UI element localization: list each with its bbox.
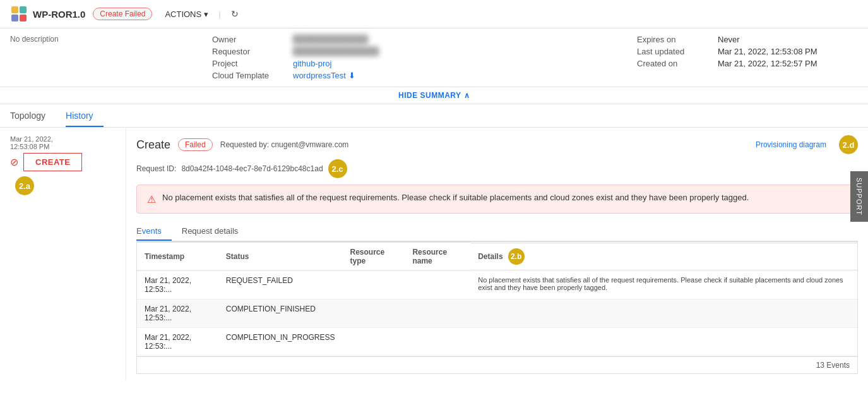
summary-bar: No description Owner ██████████████ Requ… [0,28,868,87]
actions-button[interactable]: ACTIONS ▾ [165,9,208,19]
cell-timestamp: Mar 21, 2022, 12:53:... [137,328,218,356]
main-tabs: Topology History [0,104,868,128]
cell-status: REQUEST_FAILED [218,271,343,299]
created-value: Mar 21, 2022, 12:52:57 PM [718,59,844,68]
svg-rect-0 [11,6,18,13]
cell-resource-type [343,328,405,356]
table-row: Mar 21, 2022, 12:53:... COMPLETION_FINIS… [137,299,857,328]
col-resource-name: Resource name [405,243,470,271]
cell-details [470,299,857,328]
cell-status: COMPLETION_IN_PROGRESS [218,328,343,356]
table-header-row: Timestamp Status Resource type Resource … [137,243,857,271]
events-table-wrapper[interactable]: Timestamp Status Resource type Resource … [136,241,858,374]
cell-timestamp: Mar 21, 2022, 12:53:... [137,271,218,299]
cloud-template-link[interactable]: wordpressTest [293,71,346,80]
divider: | [218,9,220,19]
error-message-box: ⚠ No placement exists that satisfies all… [136,184,858,214]
main-content: Mar 21, 2022, 12:53:08 PM ⊘ CREATE 2.a C… [0,128,868,380]
created-label: Created on [637,59,713,68]
request-id-row: Request ID: 8d0a42f4-1048-4ec7-8e7d-6129… [136,159,858,178]
cell-resource-name [405,328,470,356]
cell-status: COMPLETION_FINISHED [218,299,343,328]
col-status: Status [218,243,343,271]
owner-value: ██████████████ [293,35,419,44]
col-resource-type: Resource type [343,243,405,271]
cell-resource-name [405,299,470,328]
col-details: Details 2.b [470,243,857,270]
content-header-row: Create Failed Requested by: cnugent@vmwa… [136,135,858,154]
support-tab[interactable]: SUPPORT [850,171,868,222]
last-updated-label: Last updated [637,47,713,56]
chevron-up-icon: ∧ [464,91,470,100]
summary-center: Owner ██████████████ Requestor █████████… [212,35,637,80]
hide-summary-button[interactable]: HIDE SUMMARY ∧ [0,87,868,104]
create-button[interactable]: CREATE [23,153,82,171]
cell-resource-name [405,271,470,299]
create-title: Create [136,138,170,152]
cloud-template-label: Cloud Template [212,71,288,80]
annotation-2b: 2.b [508,248,525,265]
status-badge: Create Failed [93,8,152,20]
sub-tabs: Events Request details [136,221,858,241]
last-updated-value: Mar 21, 2022, 12:53:08 PM [718,47,844,56]
top-bar: WP-ROR1.0 Create Failed ACTIONS ▾ | ↻ [0,0,868,28]
cell-details [470,328,857,356]
history-content: Create Failed Requested by: cnugent@vmwa… [126,128,868,380]
owner-label: Owner [212,35,288,44]
svg-rect-1 [20,6,27,13]
events-table: Timestamp Status Resource type Resource … [137,242,857,356]
expires-value: Never [718,35,844,44]
events-table-body: Mar 21, 2022, 12:53:... REQUEST_FAILED N… [137,271,857,356]
annotation-2c: 2.c [328,159,347,178]
logo-icon [10,5,28,23]
annotation-2a: 2.a [15,176,34,195]
events-count: 13 Events [137,356,857,373]
requested-by: Requested by: cnugent@vmware.com [220,140,349,149]
col-timestamp: Timestamp [137,243,218,271]
tab-history[interactable]: History [66,104,104,127]
cell-details: No placement exists that satisfies all o… [470,271,857,299]
sub-tab-request-details[interactable]: Request details [182,221,249,241]
error-message-text: No placement exists that satisfies all o… [162,193,749,202]
summary-description: No description [10,35,212,44]
cell-resource-type [343,299,405,328]
summary-right: Expires on Never Last updated Mar 21, 20… [637,35,858,68]
request-id-value: 8d0a42f4-1048-4ec7-8e7d-6129bc48c1ad [181,164,323,173]
history-date: Mar 21, 2022, 12:53:08 PM [10,135,116,150]
history-sidebar: Mar 21, 2022, 12:53:08 PM ⊘ CREATE 2.a [0,128,126,380]
provisioning-diagram-link[interactable]: Provisioning diagram [756,140,826,149]
app-logo: WP-ROR1.0 [10,5,85,23]
history-entry: ⊘ CREATE [10,153,116,171]
expires-label: Expires on [637,35,713,44]
cell-timestamp: Mar 21, 2022, 12:53:... [137,299,218,328]
requestor-label: Requestor [212,47,288,56]
request-id-label: Request ID: [136,164,176,173]
project-link[interactable]: github-proj [293,59,419,68]
failed-badge: Failed [178,138,213,151]
annotation-2d: 2.d [839,135,858,154]
tab-topology[interactable]: Topology [10,104,56,127]
cell-resource-type [343,271,405,299]
warning-icon: ⚠ [147,193,156,205]
table-row: Mar 21, 2022, 12:53:... COMPLETION_IN_PR… [137,328,857,356]
table-row: Mar 21, 2022, 12:53:... REQUEST_FAILED N… [137,271,857,299]
svg-rect-3 [20,15,27,21]
app-title: WP-ROR1.0 [33,9,85,20]
svg-rect-2 [11,15,18,21]
project-label: Project [212,59,288,68]
download-icon[interactable]: ⬇ [348,71,355,80]
sub-tab-events[interactable]: Events [136,221,172,241]
error-circle-icon: ⊘ [10,156,18,168]
refresh-button[interactable]: ↻ [231,9,239,19]
chevron-down-icon: ▾ [204,9,208,19]
requestor-value: ████████████████ [293,47,419,56]
